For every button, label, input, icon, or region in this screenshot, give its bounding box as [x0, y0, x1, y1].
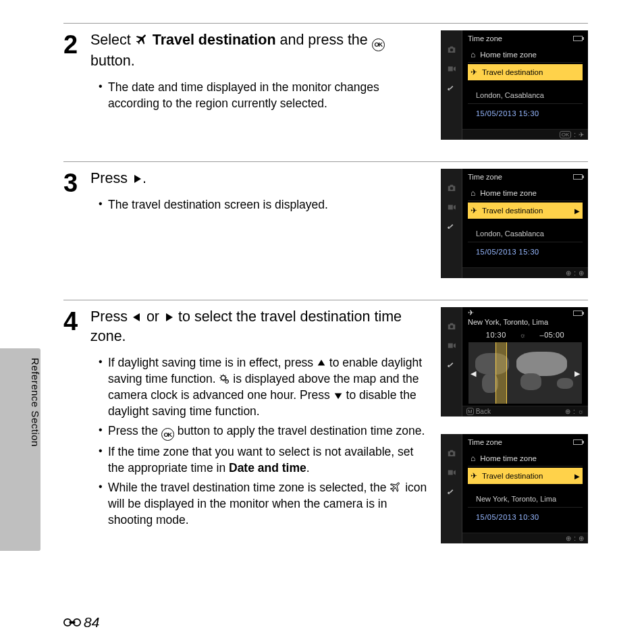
home-icon: ⌂	[471, 454, 475, 463]
bullet: The travel destination screen is display…	[99, 196, 427, 213]
page-number: 84	[84, 614, 99, 630]
step-4: 4 Press or to select the travel destinat…	[0, 300, 644, 565]
dst-icon	[219, 373, 230, 384]
home-icon: ⌂	[471, 188, 475, 198]
text: Select	[90, 32, 135, 48]
step-number: 4	[63, 307, 90, 552]
menu-item-home[interactable]: ⌂Home time zone	[468, 185, 583, 201]
ok-icon: OK	[372, 38, 385, 51]
lcd-footer: OK:✈	[462, 129, 588, 140]
lcd-footer: ⊕:⊕	[462, 533, 588, 543]
menu-item-travel[interactable]: ✈Travel destination	[468, 64, 583, 80]
lcd-datetime: 15/05/2013 10:30	[468, 508, 583, 521]
time-offset: –05:00	[540, 331, 565, 339]
text: While the travel destination time zone i…	[108, 481, 390, 494]
bullet: If daylight saving time is in effect, pr…	[99, 354, 427, 420]
step-body: Press . The travel destination screen is…	[90, 169, 441, 286]
triangle-left-icon	[132, 312, 142, 323]
plane-icon: ✈	[471, 206, 477, 215]
step-body: Press or to select the travel destinatio…	[90, 307, 441, 552]
text: .	[306, 461, 310, 475]
lcd-location: London, Casablanca	[468, 220, 583, 242]
lcd-location: New York, Toronto, Lima	[468, 485, 583, 508]
camera-icon	[447, 322, 456, 331]
menu-item-travel[interactable]: ✈Travel destination▶	[468, 468, 583, 484]
step-3: 3 Press . The travel destination screen …	[0, 162, 644, 300]
battery-icon	[573, 36, 583, 41]
camera-screen-2: Time zone ⌂Home time zone ✈Travel destin…	[441, 169, 588, 278]
text: and press the	[276, 32, 372, 48]
menu-item-home[interactable]: ⌂Home time zone	[468, 450, 583, 466]
battery-icon	[573, 174, 583, 180]
triangle-down-icon	[333, 391, 343, 400]
wrench-icon	[447, 83, 456, 92]
manual-page: Reference Section 2 Select Travel destin…	[0, 0, 644, 644]
home-icon: ⌂	[471, 50, 475, 59]
svg-rect-4	[70, 621, 76, 623]
dst-icon: ☼	[520, 331, 527, 339]
text-bold: Date and time	[229, 461, 306, 475]
step-2: 2 Select Travel destination and press th…	[0, 24, 644, 161]
label: Travel destination	[482, 472, 543, 480]
plane-outline-icon	[390, 481, 402, 493]
triangle-up-icon	[317, 358, 326, 368]
time-local: 10:30	[486, 331, 506, 339]
text: or	[142, 308, 163, 325]
text: Press	[90, 308, 132, 325]
label: Travel destination	[482, 207, 543, 215]
triangle-right-icon	[132, 173, 142, 184]
camera-screen-4: Time zone ⌂Home time zone ✈Travel destin…	[441, 434, 588, 543]
arrow-left-icon[interactable]: ◀	[471, 369, 476, 377]
video-icon	[447, 64, 456, 74]
label: Home time zone	[480, 51, 537, 59]
video-icon	[447, 341, 456, 350]
label: Home time zone	[480, 454, 537, 462]
label: Home time zone	[480, 189, 537, 197]
step-number: 3	[63, 169, 90, 286]
section-label: Reference Section	[30, 358, 41, 447]
plane-icon: ✈	[468, 308, 474, 317]
chevron-right-icon: ▶	[574, 473, 580, 480]
lcd-sidebar	[441, 30, 462, 140]
bullet: The date and time displayed in the monit…	[99, 79, 427, 111]
step-body: Select Travel destination and press the …	[90, 30, 441, 148]
camera-screen-1: Time zone ⌂Home time zone ✈Travel destin…	[441, 30, 588, 140]
menu-item-home[interactable]: ⌂Home time zone	[468, 47, 583, 63]
lcd-location: London, Casablanca	[468, 82, 583, 104]
link-icon	[63, 616, 81, 628]
plane-icon: ✈	[471, 68, 477, 77]
chevron-right-icon: ▶	[574, 207, 580, 215]
step-heading: Press .	[90, 169, 427, 188]
text: .	[142, 170, 146, 186]
text: button.	[90, 53, 135, 69]
wrench-icon	[447, 487, 456, 496]
camera-screen-map: ✈ New York, Toronto, Lima 10:30 ☼ –05:00	[441, 307, 588, 417]
bullet: While the travel destination time zone i…	[99, 479, 427, 528]
menu-item-travel[interactable]: ✈Travel destination▶	[468, 203, 583, 219]
arrow-right-icon[interactable]: ▶	[574, 369, 580, 377]
text: Press the	[108, 424, 161, 437]
wrench-icon	[447, 221, 456, 231]
lcd-stack: ✈ New York, Toronto, Lima 10:30 ☼ –05:00	[441, 307, 588, 552]
bullet: Press the OK button to apply the travel …	[99, 423, 427, 441]
bullet: If the time zone that you want to select…	[99, 444, 427, 476]
step-heading: Press or to select the travel destinatio…	[90, 307, 427, 346]
text-bold: Travel destination	[153, 32, 276, 48]
lcd-sidebar	[441, 169, 462, 278]
ok-icon: OK	[161, 428, 174, 441]
lcd-sidebar	[441, 434, 462, 543]
page-footer: 84	[63, 614, 99, 630]
battery-icon	[573, 311, 583, 316]
text: If daylight saving time is in effect, pr…	[108, 356, 317, 369]
back-label: Back	[476, 408, 491, 415]
camera-icon	[447, 45, 456, 55]
world-map[interactable]: ◀ ▶	[468, 342, 583, 404]
lcd-title: Time zone	[468, 438, 502, 446]
bullet-list: The travel destination screen is display…	[90, 196, 427, 213]
lcd-location: New York, Toronto, Lima	[468, 318, 583, 326]
step-heading: Select Travel destination and press the …	[90, 30, 427, 71]
plane-icon	[135, 32, 149, 46]
lcd-datetime: 15/05/2013 15:30	[468, 242, 583, 256]
text: button to apply the travel destination t…	[174, 424, 425, 437]
bullet-list: If daylight saving time is in effect, pr…	[90, 354, 427, 528]
